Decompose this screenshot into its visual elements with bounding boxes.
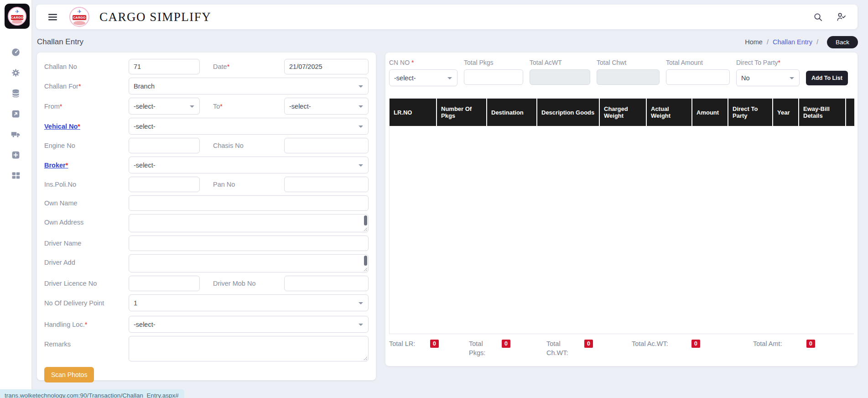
total-acwt-input xyxy=(530,69,590,85)
to-select[interactable]: -select- xyxy=(284,98,369,115)
page-head: Challan Entry Home / Challan Entry / Bac… xyxy=(37,35,858,49)
vehical-no-select[interactable]: -select- xyxy=(129,118,369,135)
from-select[interactable]: -select- xyxy=(129,98,200,115)
driver-licence-no-input[interactable] xyxy=(129,276,200,291)
plane-icon: ✈ xyxy=(70,9,88,14)
col-amount: Amount xyxy=(692,99,728,126)
breadcrumb-home[interactable]: Home xyxy=(745,38,763,46)
no-of-delivery-point-label: No Of Delivery Point xyxy=(44,299,129,307)
settings-gear-icon[interactable] xyxy=(11,68,21,78)
own-name-input[interactable] xyxy=(129,195,369,211)
hamburger-menu-icon[interactable] xyxy=(47,11,58,23)
resize-grip-icon[interactable] xyxy=(364,227,368,231)
grid-icon[interactable] xyxy=(11,171,21,180)
textarea-scrollbar-thumb[interactable] xyxy=(364,215,367,225)
driver-name-input[interactable] xyxy=(129,236,369,251)
date-input[interactable] xyxy=(284,59,369,74)
textarea-scrollbar-thumb[interactable] xyxy=(364,256,367,266)
total-acwt-total-label: Total Ac.WT: xyxy=(632,340,668,349)
search-icon[interactable] xyxy=(813,12,823,22)
pan-no-label: Pan No xyxy=(200,181,271,188)
challan-for-select[interactable]: Branch xyxy=(129,78,369,94)
total-lr-label: Total LR: xyxy=(389,340,417,349)
total-pkgs-badge: 0 xyxy=(502,340,510,348)
chevron-down-icon xyxy=(359,324,363,326)
broker-link[interactable]: Broker* xyxy=(44,162,68,169)
brand-title: CARGO SIMPLIFY xyxy=(99,10,211,24)
own-address-textarea[interactable] xyxy=(129,214,369,232)
chevron-down-icon xyxy=(359,126,363,128)
chasis-no-input[interactable] xyxy=(284,138,369,153)
broker-label: Broker* xyxy=(44,162,129,169)
total-pkgs-label: Total Pkgs xyxy=(464,59,523,66)
col-description-goods: Description Goods xyxy=(537,99,599,126)
breadcrumb-separator: / xyxy=(767,38,769,46)
totals-row: Total LR: 0 Total Pkgs: 0 Total Ch.WT: 0… xyxy=(389,340,854,359)
chevron-down-icon xyxy=(359,105,363,108)
no-of-delivery-point-select[interactable]: 1 xyxy=(129,294,369,311)
cargo-logo-icon: ✈ CARGO xyxy=(69,7,89,27)
total-amount-input[interactable] xyxy=(666,69,730,85)
cn-fields-row: CN NO * -select- Total Pkgs Total AcWT T… xyxy=(389,59,854,86)
plane-icon: ✈ xyxy=(9,9,26,14)
direct-to-party-select[interactable]: No xyxy=(736,69,800,86)
broker-select[interactable]: -select- xyxy=(129,157,369,173)
driver-mob-no-input[interactable] xyxy=(284,276,369,291)
dashboard-speedometer-icon[interactable] xyxy=(11,47,21,57)
own-name-label: Own Name xyxy=(44,199,129,207)
total-pkgs-input[interactable] xyxy=(464,69,523,85)
col-direct-to-party: Direct To Party xyxy=(728,99,773,126)
resize-grip-icon[interactable] xyxy=(364,267,368,272)
driver-add-textarea[interactable] xyxy=(129,254,369,272)
arrow-up-right-square-icon[interactable] xyxy=(11,109,21,119)
vehical-no-label: Vehical No* xyxy=(44,123,129,130)
lr-table: LR.NO Number Of Pkgs Destination Descrip… xyxy=(389,98,854,334)
col-destination: Destination xyxy=(487,99,537,126)
handling-loc-select[interactable]: -select- xyxy=(129,316,369,333)
challan-no-input[interactable] xyxy=(129,59,200,74)
sidebar-logo[interactable]: ✈ CARGO xyxy=(5,4,30,29)
direct-to-party-label: Direct To Party* xyxy=(736,59,800,66)
engine-no-input[interactable] xyxy=(129,138,200,153)
sidebar: ✈ CARGO xyxy=(0,0,31,398)
total-pkgs-total-label: Total Pkgs: xyxy=(469,340,497,357)
col-actual-weight: Actual Weight xyxy=(646,99,692,126)
vehical-no-link[interactable]: Vehical No* xyxy=(44,123,80,130)
col-actions xyxy=(846,99,854,126)
app-header: ✈ CARGO CARGO SIMPLIFY xyxy=(36,5,858,29)
cn-no-select[interactable]: -select- xyxy=(389,69,457,86)
truck-icon[interactable] xyxy=(11,130,21,139)
table-header-row: LR.NO Number Of Pkgs Destination Descrip… xyxy=(390,99,854,126)
total-acwt-label: Total AcWT xyxy=(530,59,590,66)
sidebar-nav xyxy=(0,47,31,180)
ins-poli-no-input[interactable] xyxy=(129,177,200,192)
total-acwt-badge: 0 xyxy=(691,340,700,348)
chevron-down-icon xyxy=(359,302,363,304)
table-empty-body xyxy=(390,126,854,334)
date-label: Date* xyxy=(200,63,271,70)
ins-poli-no-label: Ins.Poli.No xyxy=(44,181,129,188)
user-check-icon[interactable] xyxy=(836,12,847,22)
to-label: To* xyxy=(200,103,271,110)
total-chwt-input xyxy=(597,69,660,85)
scan-photos-button[interactable]: Scan Photos xyxy=(44,367,94,382)
add-to-list-button[interactable]: Add To List xyxy=(806,71,848,85)
pan-no-input[interactable] xyxy=(284,177,369,192)
total-chwt-label: Total Chwt xyxy=(597,59,660,66)
plus-square-icon[interactable] xyxy=(11,150,21,160)
handling-loc-label: Handling Loc.* xyxy=(44,321,129,328)
remarks-textarea[interactable] xyxy=(129,336,369,361)
col-eway-bill-details: Eway-Bill Details xyxy=(799,99,846,126)
breadcrumb-current[interactable]: Challan Entry xyxy=(773,38,812,46)
engine-no-label: Engine No xyxy=(44,142,129,149)
driver-name-label: Driver Name xyxy=(44,240,129,247)
logo-base-decor xyxy=(12,20,22,24)
chevron-down-icon xyxy=(359,85,363,88)
cargo-logo-icon: ✈ CARGO xyxy=(8,7,26,26)
col-lr-no: LR.NO xyxy=(390,99,437,126)
database-icon[interactable] xyxy=(11,89,21,98)
back-button[interactable]: Back xyxy=(827,36,858,48)
resize-grip-icon[interactable] xyxy=(364,356,368,361)
col-number-of-pkgs: Number Of Pkgs xyxy=(437,99,487,126)
total-amount-label: Total Amount xyxy=(666,59,730,66)
